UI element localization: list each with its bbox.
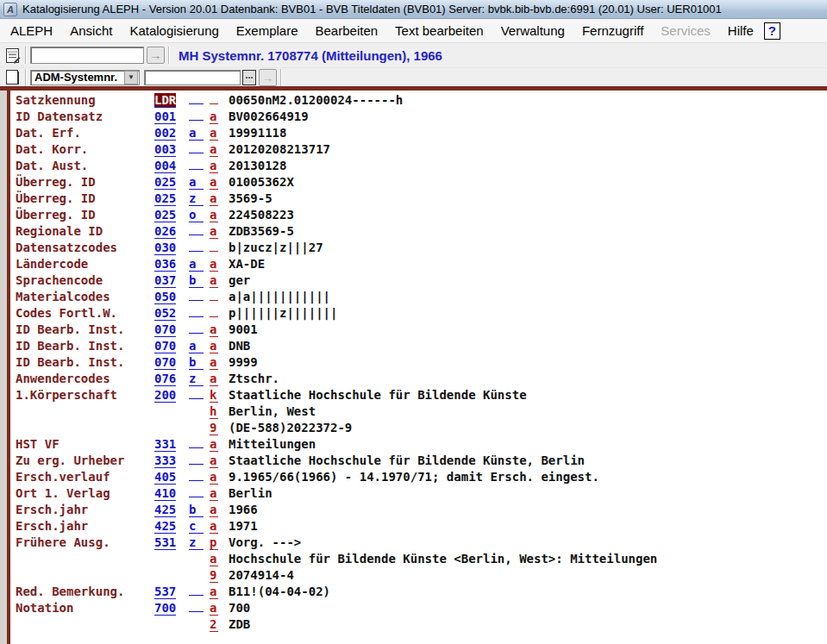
field-tag[interactable]: 037 xyxy=(154,272,177,289)
subfield-code[interactable]: a xyxy=(210,109,218,124)
field-tag[interactable]: 070 xyxy=(154,354,177,371)
subfield-code[interactable]: a xyxy=(210,552,218,566)
record-row[interactable]: hBerlin, West xyxy=(10,403,827,420)
field-value[interactable]: 9.1965/66(1966) - 14.1970/71; damit Ersc… xyxy=(229,469,599,485)
subfield-code[interactable]: a xyxy=(210,175,218,190)
field-tag[interactable]: 333 xyxy=(154,453,177,469)
field-indicators[interactable] xyxy=(189,169,204,170)
field-value[interactable]: ZDB xyxy=(229,616,250,633)
subfield-code[interactable]: a xyxy=(210,453,218,468)
subfield-code[interactable]: a xyxy=(210,355,218,370)
browse-ellipsis-button[interactable]: ... xyxy=(242,70,256,85)
subfield-code[interactable]: k xyxy=(210,388,218,403)
field-tag[interactable]: 001 xyxy=(154,109,177,125)
subfield-code[interactable]: a xyxy=(210,142,218,157)
record-row[interactable]: SatzkennungLDR00650nM2.01200024------h xyxy=(10,92,827,109)
field-tag[interactable]: 004 xyxy=(154,158,177,174)
field-tag[interactable]: 200 xyxy=(154,387,177,403)
chevron-down-icon[interactable]: ▼ xyxy=(124,71,138,84)
field-value[interactable]: XA-DE xyxy=(229,256,265,272)
field-indicators[interactable] xyxy=(189,103,204,104)
field-value[interactable]: Hochschule für Bildende Künste <Berlin, … xyxy=(229,551,657,567)
field-tag[interactable]: 025 xyxy=(154,174,177,191)
record-row[interactable]: Ersch.jahr425ba1966 xyxy=(10,502,827,518)
record-row[interactable]: Zu erg. Urheber333aStaatliche Hochschule… xyxy=(10,453,827,469)
field-value[interactable]: 19991118 xyxy=(229,125,286,141)
record-row[interactable]: Ort 1. Verlag410aBerlin xyxy=(10,485,827,502)
marc-record-editor[interactable]: SatzkennungLDR00650nM2.01200024------hID… xyxy=(10,91,827,644)
subfield-code[interactable]: h xyxy=(210,404,218,419)
subfield-code[interactable]: a xyxy=(210,437,218,452)
record-row[interactable]: Dat. Aust.004a20130128 xyxy=(10,158,827,174)
record-row[interactable]: 1.Körperschaft200kStaatliche Hochschule … xyxy=(10,387,827,403)
record-row[interactable]: aHochschule für Bildende Künste <Berlin,… xyxy=(10,551,827,567)
record-row[interactable]: Codes Fortl.W.052p||||||z||||||| xyxy=(10,305,827,322)
field-value[interactable]: p||||||z||||||| xyxy=(229,305,337,322)
field-value[interactable]: 9999 xyxy=(229,354,258,371)
field-tag[interactable]: 425 xyxy=(154,502,177,518)
subfield-code[interactable]: a xyxy=(210,503,218,517)
subfield-code[interactable]: 9 xyxy=(210,568,218,583)
record-row[interactable]: ID Datensatz001aBV002664919 xyxy=(10,109,827,125)
field-indicators[interactable] xyxy=(189,480,204,481)
field-value[interactable]: 20120208213717 xyxy=(229,141,330,158)
record-row[interactable]: ID Bearb. Inst.070ba9999 xyxy=(10,354,827,371)
field-value[interactable]: 700 xyxy=(229,600,250,616)
record-row[interactable]: HST VF331aMitteilungen xyxy=(10,436,827,453)
record-row[interactable]: Ersch.verlauf405a9.1965/66(1966) - 14.19… xyxy=(10,469,827,485)
help-question-icon[interactable]: ? xyxy=(764,22,780,40)
field-indicators[interactable]: b xyxy=(189,273,204,288)
record-row[interactable]: Notation700a700 xyxy=(10,600,827,616)
subfield-code[interactable]: a xyxy=(210,322,218,337)
field-tag[interactable]: 036 xyxy=(154,256,177,272)
field-tag[interactable]: 030 xyxy=(154,240,177,256)
field-value[interactable]: Mitteilungen xyxy=(229,436,316,453)
record-row[interactable]: 2ZDB xyxy=(10,616,827,633)
subfield-code[interactable]: a xyxy=(210,224,218,239)
field-value[interactable]: ger xyxy=(229,272,250,289)
field-indicators[interactable] xyxy=(189,464,204,465)
subfield-code[interactable]: 9 xyxy=(210,421,218,435)
menu-item-ansicht[interactable]: Ansicht xyxy=(61,21,121,41)
field-tag[interactable]: 700 xyxy=(154,600,177,616)
menu-item-verwaltung[interactable]: Verwaltung xyxy=(492,21,573,41)
field-tag[interactable]: 050 xyxy=(154,289,177,305)
menu-item-aleph[interactable]: ALEPH xyxy=(2,21,61,41)
subfield-code[interactable]: a xyxy=(210,519,218,534)
field-tag[interactable]: 003 xyxy=(154,141,177,158)
field-value[interactable]: Vorg. ---> xyxy=(229,535,301,551)
record-row[interactable]: Red. Bemerkung.537aB11!(04-04-02) xyxy=(10,584,827,600)
field-tag[interactable]: 410 xyxy=(154,485,177,502)
record-type-combobox[interactable]: ADM-Systemnr. ▼ xyxy=(30,70,140,85)
systemnr-search-input[interactable] xyxy=(30,47,144,64)
field-indicators[interactable]: o xyxy=(189,208,204,222)
subfield-code[interactable] xyxy=(210,300,218,301)
record-row[interactable]: Überreg. ID025oa224508223 xyxy=(10,207,827,223)
record-row[interactable]: 92074914-4 xyxy=(10,567,827,584)
field-value[interactable]: b|zucz|z|||27 xyxy=(229,240,323,256)
record-row[interactable]: ID Bearb. Inst.070aaDNB xyxy=(10,338,827,354)
subfield-code[interactable]: a xyxy=(210,339,218,353)
subfield-code[interactable]: p xyxy=(210,535,218,550)
record-row[interactable]: Ländercode036aaXA-DE xyxy=(10,256,827,272)
field-value[interactable]: 00650nM2.01200024------h xyxy=(229,92,403,109)
field-value[interactable]: Staatliche Hochschule für Bildende Künst… xyxy=(229,453,585,469)
record-row[interactable]: 9(DE-588)2022372-9 xyxy=(10,420,827,436)
record-row[interactable]: Dat. Korr.003a20120208213717 xyxy=(10,141,827,158)
subfield-code[interactable]: 2 xyxy=(210,617,218,632)
field-tag[interactable]: 531 xyxy=(154,535,177,551)
subfield-code[interactable] xyxy=(210,251,218,252)
field-value[interactable]: B11!(04-04-02) xyxy=(229,584,330,600)
field-indicators[interactable]: z xyxy=(189,535,204,550)
field-value[interactable]: 9001 xyxy=(229,322,258,338)
record-row[interactable]: Ersch.jahr425ca1971 xyxy=(10,518,827,535)
field-indicators[interactable] xyxy=(189,153,204,153)
field-value[interactable]: 224508223 xyxy=(229,207,294,223)
menu-item-fernzugriff[interactable]: Fernzugriff xyxy=(573,21,652,41)
subfield-code[interactable]: a xyxy=(210,191,218,206)
record-row[interactable]: Frühere Ausg.531zpVorg. ---> xyxy=(10,535,827,551)
subfield-code[interactable]: a xyxy=(210,601,218,616)
field-indicators[interactable] xyxy=(189,316,204,317)
field-tag[interactable]: 052 xyxy=(154,305,177,322)
field-indicators[interactable] xyxy=(189,300,204,301)
